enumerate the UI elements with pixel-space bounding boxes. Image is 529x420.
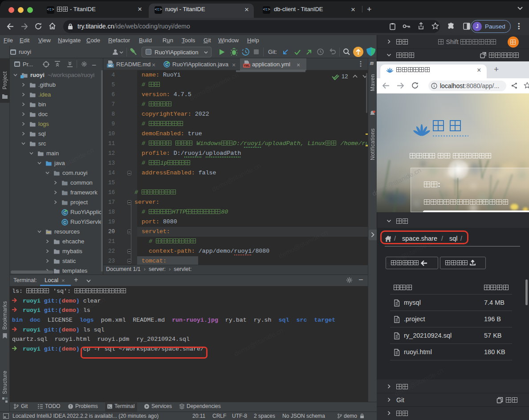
svg-text:C: C bbox=[63, 220, 66, 225]
